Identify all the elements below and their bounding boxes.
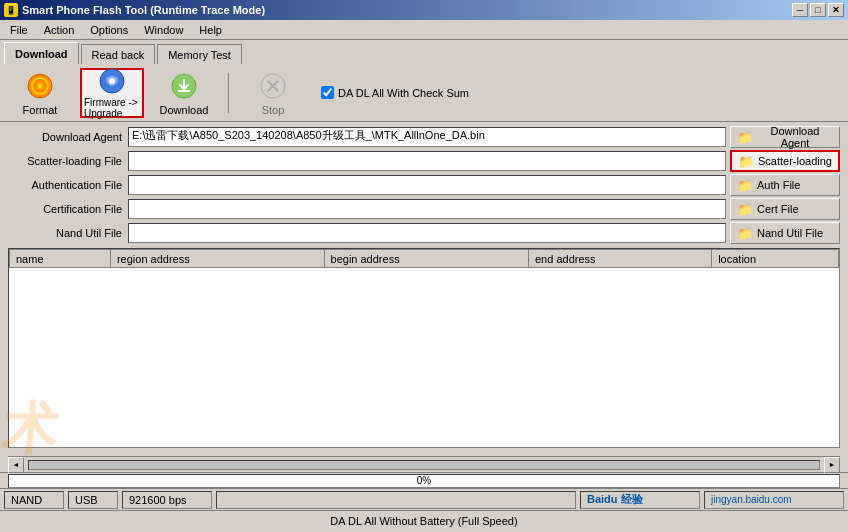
download-agent-row: Download Agent E:\迅雷下载\A850_S203_140208\… bbox=[8, 126, 840, 148]
status-bar: NAND USB 921600 bps Baidu 经验 jingyan.bai… bbox=[0, 488, 848, 510]
download-agent-value: E:\迅雷下载\A850_S203_140208\A850升级工具_\MTK_A… bbox=[132, 129, 485, 141]
download-agent-btn-label: Download Agent bbox=[757, 125, 833, 149]
nand-util-row: Nand Util File 📁 Nand Util File bbox=[8, 222, 840, 244]
status-site: jingyan.baidu.com bbox=[704, 491, 844, 509]
stop-icon bbox=[257, 70, 289, 102]
download-toolbar-label: Download bbox=[160, 104, 209, 116]
download-icon bbox=[168, 70, 200, 102]
minimize-button[interactable]: ─ bbox=[792, 3, 808, 17]
status-brand: Baidu 经验 bbox=[580, 491, 700, 509]
menu-options[interactable]: Options bbox=[84, 22, 134, 38]
stop-button[interactable]: Stop bbox=[241, 68, 305, 118]
firmware-label: Firmware -> Upgrade bbox=[84, 97, 140, 119]
toolbar: Format Firmware -> Upgrade Download bbox=[0, 64, 848, 122]
col-name: name bbox=[10, 250, 111, 268]
menu-file[interactable]: File bbox=[4, 22, 34, 38]
scatter-btn-label: Scatter-loading bbox=[758, 155, 832, 167]
status-usb: USB bbox=[68, 491, 118, 509]
menu-window[interactable]: Window bbox=[138, 22, 189, 38]
folder-icon-nand: 📁 bbox=[737, 226, 753, 241]
progress-bar: 0% bbox=[8, 474, 840, 488]
window-title: Smart Phone Flash Tool (Runtime Trace Mo… bbox=[22, 4, 265, 16]
stop-label: Stop bbox=[262, 104, 285, 116]
status-baud: 921600 bps bbox=[122, 491, 212, 509]
folder-icon-auth: 📁 bbox=[737, 178, 753, 193]
col-region: region address bbox=[110, 250, 324, 268]
format-icon bbox=[24, 70, 56, 102]
auth-label: Authentication File bbox=[8, 179, 128, 191]
toolbar-separator bbox=[228, 73, 229, 113]
nand-input[interactable] bbox=[128, 223, 726, 243]
col-end: end address bbox=[529, 250, 712, 268]
horizontal-scrollbar[interactable]: ◄ ► bbox=[8, 456, 840, 472]
scatter-loading-row: Scatter-loading File 📁 Scatter-loading bbox=[8, 150, 840, 172]
cert-file-button[interactable]: 📁 Cert File bbox=[730, 198, 840, 220]
tab-readback[interactable]: Read back bbox=[81, 44, 156, 64]
certification-row: Certification File 📁 Cert File bbox=[8, 198, 840, 220]
tab-download[interactable]: Download bbox=[4, 42, 79, 64]
col-location: location bbox=[712, 250, 839, 268]
progress-area: 0% bbox=[0, 472, 848, 488]
folder-icon-scatter: 📁 bbox=[738, 154, 754, 169]
app-icon: 📱 bbox=[4, 3, 18, 17]
title-bar: 📱 Smart Phone Flash Tool (Runtime Trace … bbox=[0, 0, 848, 20]
scroll-track[interactable] bbox=[28, 460, 820, 470]
main-content: Download Agent E:\迅雷下载\A850_S203_140208\… bbox=[0, 122, 848, 456]
download-agent-button[interactable]: 📁 Download Agent bbox=[730, 126, 840, 148]
firmware-upgrade-button[interactable]: Firmware -> Upgrade bbox=[80, 68, 144, 118]
format-button[interactable]: Format bbox=[8, 68, 72, 118]
status-extra bbox=[216, 491, 576, 509]
da-dl-checkbox[interactable] bbox=[321, 86, 334, 99]
status-nand: NAND bbox=[4, 491, 64, 509]
scroll-right-button[interactable]: ► bbox=[824, 457, 840, 473]
scatter-loading-button[interactable]: 📁 Scatter-loading bbox=[730, 150, 840, 172]
close-button[interactable]: ✕ bbox=[828, 3, 844, 17]
auth-input[interactable] bbox=[128, 175, 726, 195]
scroll-left-button[interactable]: ◄ bbox=[8, 457, 24, 473]
download-toolbar-button[interactable]: Download bbox=[152, 68, 216, 118]
firmware-icon bbox=[96, 67, 128, 95]
download-agent-label: Download Agent bbox=[8, 131, 128, 143]
svg-point-2 bbox=[37, 83, 43, 89]
nand-btn-label: Nand Util File bbox=[757, 227, 823, 239]
progress-text: 0% bbox=[417, 475, 431, 486]
cert-btn-label: Cert File bbox=[757, 203, 799, 215]
folder-icon-cert: 📁 bbox=[737, 202, 753, 217]
maximize-button[interactable]: □ bbox=[810, 3, 826, 17]
cert-label: Certification File bbox=[8, 203, 128, 215]
authentication-row: Authentication File 📁 Auth File bbox=[8, 174, 840, 196]
folder-icon-da: 📁 bbox=[737, 130, 753, 145]
title-bar-buttons: ─ □ ✕ bbox=[792, 3, 844, 17]
da-dl-label: DA DL All With Check Sum bbox=[338, 87, 469, 99]
file-table: name region address begin address end ad… bbox=[9, 249, 839, 268]
cert-input[interactable] bbox=[128, 199, 726, 219]
download-agent-input[interactable]: E:\迅雷下载\A850_S203_140208\A850升级工具_\MTK_A… bbox=[128, 127, 726, 147]
nand-util-button[interactable]: 📁 Nand Util File bbox=[730, 222, 840, 244]
auth-file-button[interactable]: 📁 Auth File bbox=[730, 174, 840, 196]
tab-bar: Download Read back Memory Test bbox=[0, 40, 848, 64]
bottom-status-bar: DA DL All Without Battery (Full Speed) bbox=[0, 510, 848, 530]
auth-btn-label: Auth File bbox=[757, 179, 800, 191]
scatter-label: Scatter-loading File bbox=[8, 155, 128, 167]
menu-help[interactable]: Help bbox=[193, 22, 228, 38]
nand-label: Nand Util File bbox=[8, 227, 128, 239]
checkbox-da-dl[interactable]: DA DL All With Check Sum bbox=[321, 86, 469, 99]
file-table-container: name region address begin address end ad… bbox=[8, 248, 840, 448]
scatter-input[interactable] bbox=[128, 151, 726, 171]
menu-action[interactable]: Action bbox=[38, 22, 81, 38]
menu-bar: File Action Options Window Help bbox=[0, 20, 848, 40]
tab-memtest[interactable]: Memory Test bbox=[157, 44, 242, 64]
col-begin: begin address bbox=[324, 250, 528, 268]
svg-point-4 bbox=[109, 78, 115, 84]
format-label: Format bbox=[23, 104, 58, 116]
bottom-status-text: DA DL All Without Battery (Full Speed) bbox=[330, 515, 517, 527]
